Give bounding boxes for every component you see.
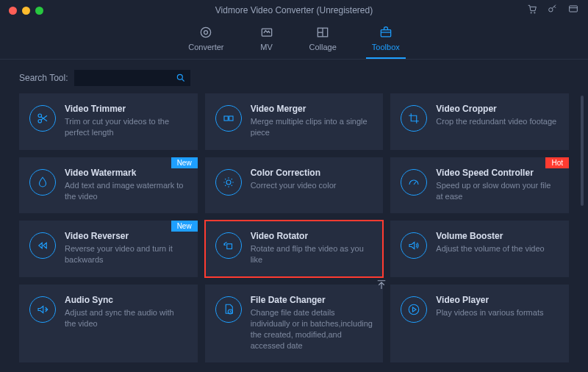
card-title: Audio Sync xyxy=(65,295,187,305)
tab-label: Toolbox xyxy=(372,43,400,51)
svg-point-1 xyxy=(534,12,535,13)
svg-rect-3 xyxy=(570,6,578,12)
card-desc: Change file date details individually or… xyxy=(251,307,373,351)
card-video-trimmer[interactable]: Video TrimmerTrim or cut your videos to … xyxy=(19,93,198,150)
sun-icon xyxy=(215,169,242,196)
badge-new: New xyxy=(171,157,198,168)
tab-label: Collage xyxy=(309,43,337,51)
menu-icon[interactable] xyxy=(567,3,579,18)
rotate-icon xyxy=(215,232,242,259)
gauge-icon xyxy=(401,169,427,196)
card-video-player[interactable]: Video PlayerPlay videos in various forma… xyxy=(390,285,569,362)
card-color-correction[interactable]: Color CorrectionCorrect your video color xyxy=(205,157,384,214)
search-box xyxy=(74,70,190,86)
badge-hot: Hot xyxy=(545,157,569,168)
svg-point-4 xyxy=(201,27,211,37)
card-desc: Adjust and sync the audio with the video xyxy=(65,307,187,329)
search-label: Search Tool: xyxy=(19,73,68,83)
svg-rect-15 xyxy=(226,244,232,249)
card-title: Video Player xyxy=(436,295,559,305)
search-icon[interactable] xyxy=(176,73,186,83)
card-title: File Date Changer xyxy=(251,295,373,305)
card-desc: Rotate and flip the video as you like xyxy=(251,243,373,265)
card-title: Video Watermark xyxy=(65,168,187,178)
card-video-cropper[interactable]: Video CropperCrop the redundant video fo… xyxy=(390,93,569,150)
maximize-window-button[interactable] xyxy=(35,7,43,15)
card-title: Video Merger xyxy=(251,104,373,114)
card-video-watermark[interactable]: New Video WatermarkAdd text and image wa… xyxy=(19,157,198,214)
card-title: Video Trimmer xyxy=(65,104,187,114)
play-icon xyxy=(401,296,427,323)
svg-rect-13 xyxy=(229,116,232,121)
card-desc: Trim or cut your videos to the perfect l… xyxy=(65,116,187,138)
card-file-date-changer[interactable]: File Date ChangerChange file date detail… xyxy=(205,285,384,362)
card-video-reverser[interactable]: New Video ReverserReverse your video and… xyxy=(19,221,198,277)
tool-grid: Video TrimmerTrim or cut your videos to … xyxy=(0,93,588,362)
card-desc: Adjust the volume of the video xyxy=(436,243,559,254)
tab-toolbox[interactable]: Toolbox xyxy=(372,25,400,51)
card-title: Video Cropper xyxy=(436,104,559,114)
search-input[interactable] xyxy=(74,70,190,86)
svg-point-2 xyxy=(549,8,553,12)
tab-collage[interactable]: Collage xyxy=(309,25,337,51)
card-audio-sync[interactable]: Audio SyncAdjust and sync the audio with… xyxy=(19,285,198,362)
close-window-button[interactable] xyxy=(9,7,17,15)
card-title: Volume Booster xyxy=(436,231,559,241)
crop-icon xyxy=(401,105,427,132)
svg-point-9 xyxy=(177,74,182,79)
card-video-rotator[interactable]: Video RotatorRotate and flip the video a… xyxy=(205,221,384,277)
svg-point-0 xyxy=(531,12,531,13)
card-desc: Merge multiple clips into a single piece xyxy=(251,116,373,138)
tab-label: Converter xyxy=(188,43,223,51)
rewind-icon xyxy=(29,232,56,259)
badge-new: New xyxy=(171,221,198,232)
volume-icon xyxy=(401,232,427,259)
card-desc: Add text and image watermark to the vide… xyxy=(65,180,187,202)
audio-sync-icon xyxy=(29,296,56,323)
card-volume-booster[interactable]: Volume BoosterAdjust the volume of the v… xyxy=(390,221,569,277)
window-controls xyxy=(9,7,43,15)
window-title: Vidmore Video Converter (Unregistered) xyxy=(215,5,373,15)
card-video-speed-controller[interactable]: Hot Video Speed ControllerSpeed up or sl… xyxy=(390,157,569,214)
divider xyxy=(0,59,588,60)
tab-converter[interactable]: Converter xyxy=(188,25,223,51)
svg-rect-8 xyxy=(381,30,390,37)
key-icon[interactable] xyxy=(547,3,559,18)
scroll-to-top-button[interactable] xyxy=(375,278,388,291)
tab-mv[interactable]: MV xyxy=(259,25,274,51)
card-title: Color Correction xyxy=(251,168,373,178)
svg-point-5 xyxy=(204,31,208,35)
card-desc: Reverse your video and turn it backwards xyxy=(65,243,187,265)
card-video-merger[interactable]: Video MergerMerge multiple clips into a … xyxy=(205,93,384,150)
card-title: Video Reverser xyxy=(65,231,187,241)
cart-icon[interactable] xyxy=(526,3,538,18)
merge-icon xyxy=(215,105,242,132)
file-clock-icon xyxy=(215,296,242,323)
title-bar: Vidmore Video Converter (Unregistered) xyxy=(0,0,588,21)
main-tabs: Converter MV Collage Toolbox xyxy=(0,21,588,59)
card-desc: Crop the redundant video footage xyxy=(436,116,559,127)
minimize-window-button[interactable] xyxy=(22,7,30,15)
scrollbar[interactable] xyxy=(581,96,584,206)
scissors-icon xyxy=(29,105,56,132)
card-title: Video Speed Controller xyxy=(436,168,559,178)
card-title: Video Rotator xyxy=(251,231,373,241)
tab-label: MV xyxy=(260,43,273,51)
drop-icon xyxy=(29,169,56,196)
svg-point-17 xyxy=(409,304,420,315)
card-desc: Play videos in various formats xyxy=(436,307,559,318)
svg-rect-12 xyxy=(224,116,228,121)
svg-point-14 xyxy=(226,180,231,185)
card-desc: Speed up or slow down your file at ease xyxy=(436,180,559,202)
card-desc: Correct your video color xyxy=(251,180,373,191)
